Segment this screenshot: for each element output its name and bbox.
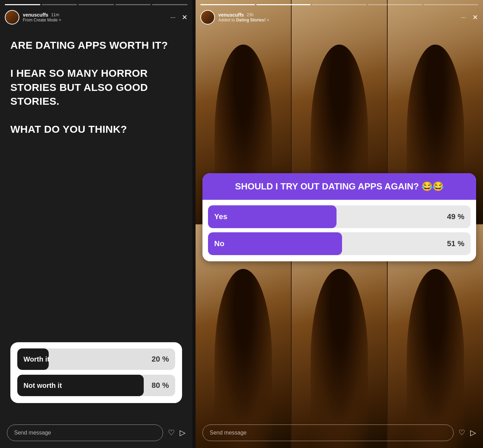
- story-bottom-right: ♡ ▷: [196, 420, 483, 448]
- more-icon-left[interactable]: ···: [170, 14, 176, 21]
- poll-option-not-worth-it[interactable]: Not worth it 80 %: [17, 375, 175, 396]
- poll-label-not-worth-it: Not worth it: [17, 382, 152, 390]
- r-progress-seg-5: [424, 4, 478, 5]
- progress-seg-2: [42, 4, 77, 5]
- send-icon-left[interactable]: ▷: [180, 428, 186, 437]
- poll-card-title-right: SHOULD I TRY OUT DATING APPS AGAIN? 😂😂: [211, 181, 468, 192]
- poll-card-header-right: SHOULD I TRY OUT DATING APPS AGAIN? 😂😂: [202, 173, 476, 200]
- poll-label-yes: Yes: [208, 212, 447, 221]
- story-bottom-left: ♡ ▷: [0, 420, 192, 448]
- poll-card-body-right: Yes 49 % No 51 %: [202, 200, 476, 261]
- poll-option-yes[interactable]: Yes 49 %: [208, 205, 471, 228]
- r-progress-seg-1: [200, 4, 255, 5]
- timestamp-left: 11m: [51, 12, 59, 17]
- progress-seg-4: [115, 4, 151, 5]
- poll-pct-yes: 49 %: [447, 212, 471, 221]
- story-panel-right: venuscuffs 23h Added to Dating Stories! …: [196, 0, 483, 448]
- progress-seg-5: [152, 4, 188, 5]
- poll-option-worth-it[interactable]: Worth it 20 %: [17, 348, 175, 370]
- poll-option-no[interactable]: No 51 %: [208, 232, 471, 255]
- story-header-left: venuscuffs 11m From Create Mode > ··· ✕: [0, 7, 192, 28]
- avatar-left[interactable]: [5, 10, 19, 25]
- send-message-input-left[interactable]: [7, 424, 163, 441]
- close-icon-left[interactable]: ✕: [182, 13, 188, 21]
- progress-seg-1: [5, 4, 40, 5]
- poll-card-right: SHOULD I TRY OUT DATING APPS AGAIN? 😂😂 Y…: [202, 173, 476, 261]
- story-text-left: ARE DATING APPS WORTH IT? I HEAR SO MANY…: [10, 38, 182, 137]
- progress-bar-left: [0, 0, 192, 7]
- poll-pct-worth-it: 20 %: [152, 355, 175, 364]
- sublabel-left: From Create Mode >: [23, 18, 167, 22]
- r-progress-seg-2: [256, 4, 311, 5]
- r-progress-seg-3: [312, 4, 367, 5]
- center-poll-area-right: SHOULD I TRY OUT DATING APPS AGAIN? 😂😂 Y…: [196, 14, 483, 420]
- story-right-overlay: venuscuffs 23h Added to Dating Stories! …: [196, 0, 483, 448]
- heart-icon-right[interactable]: ♡: [458, 428, 465, 437]
- poll-label-worth-it: Worth it: [17, 355, 152, 363]
- poll-label-no: No: [208, 239, 447, 248]
- poll-pct-not-worth-it: 80 %: [152, 381, 175, 390]
- heart-icon-left[interactable]: ♡: [168, 428, 175, 437]
- username-left[interactable]: venuscuffs: [23, 12, 48, 18]
- poll-widget-left: Worth it 20 % Not worth it 80 %: [10, 342, 182, 403]
- progress-seg-3: [78, 4, 114, 5]
- progress-bar-right: [196, 0, 483, 7]
- send-message-input-right[interactable]: [202, 424, 454, 441]
- header-info-left: venuscuffs 11m From Create Mode >: [23, 12, 167, 22]
- poll-pct-no: 51 %: [447, 239, 471, 248]
- r-progress-seg-4: [368, 4, 423, 5]
- header-icons-left: ··· ✕: [170, 13, 188, 21]
- story-content-left: ARE DATING APPS WORTH IT? I HEAR SO MANY…: [0, 28, 192, 420]
- send-icon-right[interactable]: ▷: [470, 428, 476, 437]
- story-panel-left: venuscuffs 11m From Create Mode > ··· ✕ …: [0, 0, 193, 448]
